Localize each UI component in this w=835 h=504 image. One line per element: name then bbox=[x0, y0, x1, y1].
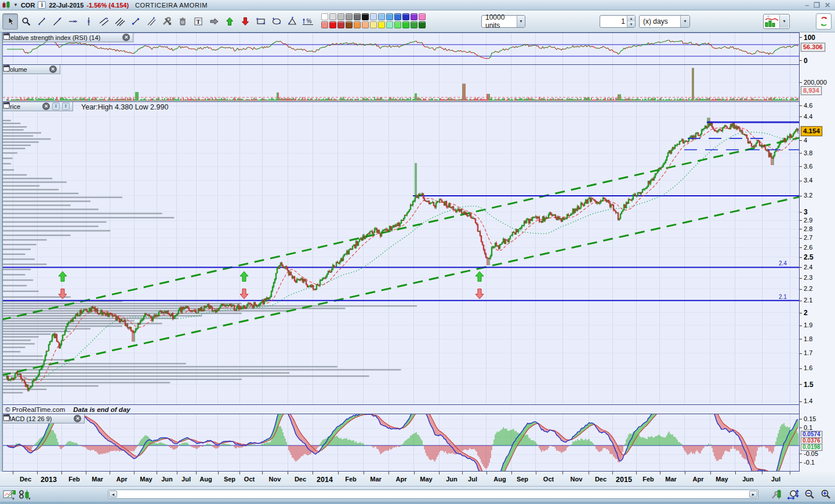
units-dropdown[interactable]: 10000 units ▼ bbox=[481, 15, 525, 28]
price-move-up-icon[interactable]: ⬆ bbox=[62, 103, 70, 110]
x-axis-tick bbox=[439, 472, 440, 474]
restore-icon[interactable]: ❐ bbox=[814, 1, 820, 9]
color-swatch-18[interactable] bbox=[362, 21, 369, 28]
fibonacci-tool-button[interactable] bbox=[143, 13, 159, 30]
color-swatch-4[interactable] bbox=[354, 13, 361, 20]
chart-settings-icon[interactable] bbox=[770, 488, 784, 501]
info-icon[interactable]: i bbox=[38, 1, 46, 9]
macd-panel-header[interactable]: MACD (12 26 9) ✕ bbox=[3, 414, 85, 423]
delete-tool-icon[interactable] bbox=[175, 13, 190, 30]
color-swatch-14[interactable] bbox=[329, 21, 336, 28]
triangle-tool-button[interactable] bbox=[284, 13, 300, 30]
rsi-panel-header[interactable]: Relative strength index (RSI) (14) ✕ bbox=[3, 33, 133, 42]
units-dropdown-caret[interactable]: ▼ bbox=[517, 16, 525, 27]
symbol-dropdown-caret[interactable]: ▼ bbox=[13, 2, 18, 8]
color-swatch-23[interactable] bbox=[402, 21, 409, 28]
zoom-out-icon[interactable] bbox=[803, 488, 816, 501]
trend-pointer-tool-button[interactable] bbox=[128, 13, 143, 30]
volume-plot[interactable] bbox=[3, 65, 799, 102]
price-window-icon[interactable] bbox=[32, 103, 40, 110]
segment-tool-button[interactable] bbox=[34, 13, 49, 30]
refresh-data-icon[interactable] bbox=[816, 13, 832, 30]
color-swatch-10[interactable] bbox=[402, 13, 409, 20]
macd-close-icon[interactable]: ✕ bbox=[74, 415, 81, 422]
symbol-label[interactable]: COR bbox=[21, 2, 35, 9]
scroll-left-icon[interactable]: ◄ bbox=[109, 491, 117, 498]
macd-plot[interactable] bbox=[3, 414, 799, 472]
rsi-window-icon[interactable] bbox=[112, 34, 120, 41]
price-tick-1.4: 1.4 bbox=[804, 397, 812, 404]
period-count-spinner[interactable]: 1 ▲▼ bbox=[600, 15, 636, 28]
rsi-settings-wrench-icon[interactable] bbox=[103, 34, 110, 41]
color-swatch-20[interactable] bbox=[378, 21, 385, 28]
timeframe-dropdown-caret[interactable]: ▼ bbox=[680, 16, 689, 27]
share-chart-icon[interactable]: ▾ bbox=[2, 488, 16, 501]
color-swatch-24[interactable] bbox=[411, 21, 418, 28]
volume-settings-wrench-icon[interactable] bbox=[30, 65, 37, 73]
volume-bar bbox=[267, 100, 268, 101]
price-plot[interactable]: 2.42.1 bbox=[3, 102, 799, 404]
time-axis[interactable]: Dec2013FebMarAprMayJunJulAugSepOctNovDec… bbox=[0, 472, 835, 487]
volume-close-icon[interactable]: ✕ bbox=[49, 65, 57, 73]
price-tick-2.6-dash bbox=[800, 247, 802, 248]
pitchfork-tool-button[interactable] bbox=[112, 13, 128, 30]
arrow-up-tool-button[interactable] bbox=[222, 13, 237, 30]
color-swatch-6[interactable] bbox=[370, 13, 377, 20]
zoom-tool-button[interactable] bbox=[18, 13, 34, 30]
spinner-down-icon[interactable]: ▼ bbox=[627, 21, 635, 27]
price-panel-header[interactable]: Price ✕ ⬇ ⬆ bbox=[3, 102, 73, 111]
vertical-line-tool-button[interactable] bbox=[81, 13, 96, 30]
color-swatch-15[interactable] bbox=[337, 21, 344, 28]
time-scrollbar[interactable]: ◄ ► bbox=[108, 490, 758, 499]
timeframe-dropdown[interactable]: (x) days ▼ bbox=[639, 15, 690, 28]
color-swatch-9[interactable] bbox=[394, 13, 401, 20]
horizontal-line-tool-button[interactable] bbox=[65, 13, 81, 30]
indicators-button[interactable]: ▼ bbox=[763, 14, 790, 29]
color-swatch-12[interactable] bbox=[419, 13, 426, 20]
color-swatch-25[interactable] bbox=[419, 21, 426, 28]
link-instrument-icon[interactable]: ▾ bbox=[19, 488, 32, 501]
macd-settings-wrench-icon[interactable] bbox=[54, 415, 61, 422]
zoom-in-icon[interactable] bbox=[819, 488, 833, 501]
rsi-close-icon[interactable]: ✕ bbox=[122, 34, 130, 41]
color-swatch-7[interactable] bbox=[378, 13, 385, 20]
color-swatch-11[interactable] bbox=[411, 13, 418, 20]
color-swatch-2[interactable] bbox=[337, 13, 344, 20]
volume-window-icon[interactable] bbox=[39, 65, 47, 73]
spinner-up-icon[interactable]: ▲ bbox=[627, 16, 635, 21]
color-swatch-17[interactable] bbox=[354, 21, 361, 28]
percent-measure-tool-button[interactable]: % bbox=[300, 13, 315, 30]
minimize-icon[interactable]: – bbox=[805, 1, 809, 9]
ellipse-tool-button[interactable] bbox=[268, 13, 284, 30]
color-swatch-21[interactable] bbox=[386, 21, 393, 28]
price-move-down-icon[interactable]: ⬇ bbox=[52, 103, 60, 110]
cursor-tool-button[interactable] bbox=[2, 13, 18, 30]
rectangle-tool-button[interactable] bbox=[253, 13, 268, 30]
color-swatch-8[interactable] bbox=[386, 13, 393, 20]
line-tool-button[interactable] bbox=[49, 13, 65, 30]
color-swatch-0[interactable] bbox=[321, 13, 328, 20]
color-swatch-3[interactable] bbox=[346, 13, 353, 20]
color-swatch-5[interactable] bbox=[362, 13, 369, 20]
color-swatch-16[interactable] bbox=[346, 21, 353, 28]
text-tool-button[interactable]: T bbox=[190, 13, 206, 30]
drawing-settings-icon[interactable] bbox=[159, 13, 175, 30]
color-swatch-1[interactable] bbox=[329, 13, 336, 20]
price-settings-wrench-icon[interactable] bbox=[23, 103, 30, 110]
arrow-right-tool-button[interactable] bbox=[206, 13, 222, 30]
price-close-icon[interactable]: ✕ bbox=[42, 103, 50, 110]
close-icon[interactable]: ✕ bbox=[825, 1, 830, 9]
zoom-fit-icon[interactable] bbox=[786, 488, 800, 501]
channel-tool-button[interactable] bbox=[96, 13, 112, 30]
color-swatch-13[interactable] bbox=[321, 21, 328, 28]
volume-panel-header[interactable]: Volume ✕ bbox=[3, 65, 60, 74]
scroll-right-icon[interactable]: ► bbox=[749, 491, 757, 498]
macd-window-icon[interactable] bbox=[64, 415, 71, 422]
x-axis-month-label: Sep bbox=[219, 476, 240, 483]
arrow-down-tool-button[interactable] bbox=[237, 13, 253, 30]
color-swatch-22[interactable] bbox=[394, 21, 401, 28]
color-swatch-19[interactable] bbox=[370, 21, 377, 28]
indicators-dropdown-caret[interactable]: ▼ bbox=[779, 15, 789, 28]
rsi-tick-0: 0 bbox=[804, 57, 808, 65]
value-axis-column[interactable]: 1000200,0004.64.443.83.63.43.232.92.82.7… bbox=[799, 32, 835, 472]
